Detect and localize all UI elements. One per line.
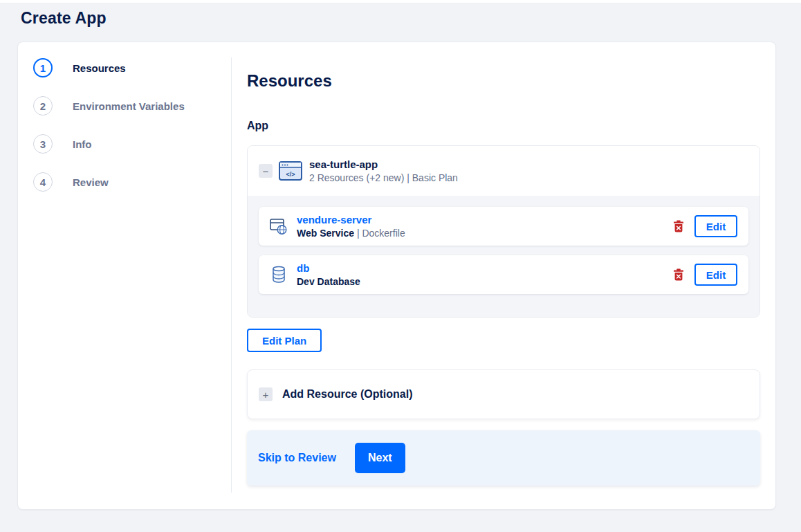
resource-text-block: db Dev Database [297,262,673,287]
add-resource-label: Add Resource (Optional) [282,388,412,401]
app-name: sea-turtle-app [309,158,458,170]
step-label: Info [73,138,92,150]
skip-to-review-link[interactable]: Skip to Review [258,452,336,464]
app-resources-list: vendure-server Web Service | Dockerfile [248,196,759,317]
resource-text-block: vendure-server Web Service | Dockerfile [297,214,673,239]
wizard-step-info[interactable]: 3 Info [33,134,231,154]
resource-row-vendure-server: vendure-server Web Service | Dockerfile [259,207,748,246]
app-window-icon: </> [279,161,302,181]
svg-text:</>: </> [286,171,295,178]
collapse-app-button[interactable]: − [259,164,273,178]
database-icon [270,265,288,284]
resource-type: Dev Database [297,276,360,287]
app-section-label: App [247,120,760,132]
resource-detail: | Dockerfile [354,228,405,239]
edit-plan-button[interactable]: Edit Plan [247,329,322,352]
resource-name-link[interactable]: db [297,262,309,274]
page-title: Create App [21,9,107,28]
wizard-sidebar: 1 Resources 2 Environment Variables 3 In… [18,42,231,509]
edit-resource-button[interactable]: Edit [694,215,737,237]
step-label: Resources [73,62,126,74]
resources-step-content: Resources App − </> sea-turtle-app [232,42,775,509]
top-strip [0,0,801,3]
delete-resource-button[interactable] [673,268,684,281]
minus-icon: − [263,166,269,176]
wizard-footer: Skip to Review Next [247,430,760,486]
add-resource-expand-button[interactable]: + [259,387,273,401]
step-number-badge: 2 [33,96,53,116]
delete-resource-button[interactable] [673,220,684,232]
trash-icon [673,220,684,232]
next-button[interactable]: Next [355,443,405,473]
plus-icon: + [263,389,269,400]
create-app-panel: 1 Resources 2 Environment Variables 3 In… [17,42,776,510]
trash-icon [673,268,684,281]
step-number-badge: 1 [33,58,53,77]
resource-type: Web Service [297,228,354,239]
resource-row-db: db Dev Database Edit [259,255,748,294]
app-title-block: sea-turtle-app 2 Resources (+2 new) | Ba… [309,158,458,183]
resource-name-link[interactable]: vendure-server [297,214,371,226]
step-label: Environment Variables [73,100,185,112]
wizard-step-resources[interactable]: 1 Resources [33,58,231,77]
resource-subtitle: Web Service | Dockerfile [297,228,673,239]
app-card: − </> sea-turtle-app 2 Resources (+2 new… [247,145,760,318]
wizard-step-review[interactable]: 4 Review [33,172,231,192]
wizard-step-environment-variables[interactable]: 2 Environment Variables [33,96,231,116]
app-card-header: − </> sea-turtle-app 2 Resources (+2 new… [248,146,759,196]
resource-subtitle: Dev Database [297,276,673,287]
web-service-icon [270,217,288,235]
content-heading: Resources [247,72,760,89]
add-resource-card[interactable]: + Add Resource (Optional) [247,369,760,419]
app-summary: 2 Resources (+2 new) | Basic Plan [309,172,458,183]
edit-resource-button[interactable]: Edit [694,264,737,286]
step-number-badge: 4 [33,172,53,192]
step-label: Review [73,176,109,188]
step-number-badge: 3 [33,134,53,154]
